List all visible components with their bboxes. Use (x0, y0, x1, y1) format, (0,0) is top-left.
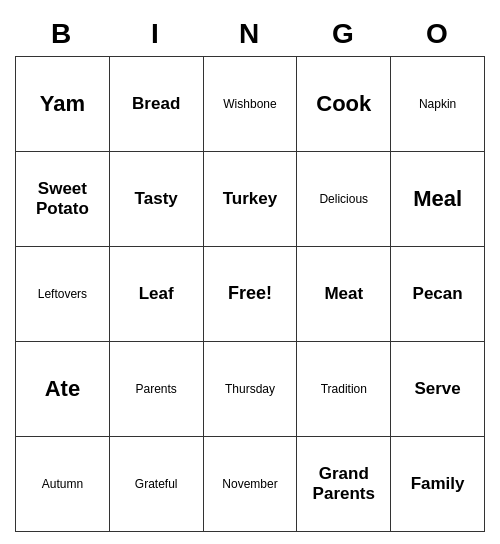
cell-5: SweetPotato (16, 152, 110, 247)
cell-3: Cook (297, 57, 391, 152)
cell-19: Serve (391, 342, 485, 437)
header-letter-O: O (391, 12, 485, 56)
cell-13: Meat (297, 247, 391, 342)
cell-2: Wishbone (204, 57, 298, 152)
cell-20: Autumn (16, 437, 110, 532)
cell-0: Yam (16, 57, 110, 152)
cell-22: November (204, 437, 298, 532)
cell-16: Parents (110, 342, 204, 437)
cell-15: Ate (16, 342, 110, 437)
cell-10: Leftovers (16, 247, 110, 342)
cell-23: GrandParents (297, 437, 391, 532)
cell-12: Free! (204, 247, 298, 342)
cell-1: Bread (110, 57, 204, 152)
cell-9: Meal (391, 152, 485, 247)
cell-24: Family (391, 437, 485, 532)
cell-14: Pecan (391, 247, 485, 342)
header-letter-B: B (15, 12, 109, 56)
bingo-header: BINGO (15, 12, 485, 56)
header-letter-I: I (109, 12, 203, 56)
header-letter-G: G (297, 12, 391, 56)
cell-18: Tradition (297, 342, 391, 437)
cell-17: Thursday (204, 342, 298, 437)
header-letter-N: N (203, 12, 297, 56)
cell-6: Tasty (110, 152, 204, 247)
cell-8: Delicious (297, 152, 391, 247)
bingo-card: BINGO YamBreadWishboneCookNapkinSweetPot… (15, 12, 485, 532)
bingo-grid: YamBreadWishboneCookNapkinSweetPotatoTas… (15, 56, 485, 532)
cell-21: Grateful (110, 437, 204, 532)
cell-4: Napkin (391, 57, 485, 152)
cell-7: Turkey (204, 152, 298, 247)
cell-11: Leaf (110, 247, 204, 342)
